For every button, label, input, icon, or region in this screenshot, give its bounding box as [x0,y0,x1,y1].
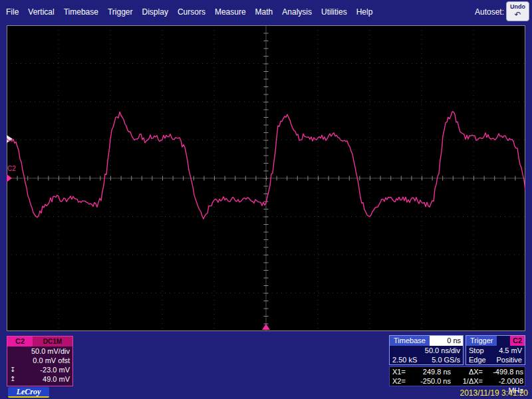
trigger-level: 4.5 mV [499,346,522,355]
cursor-dx-value: -499.8 ns [484,367,525,376]
cursor-row-1: X1= 249.8 ns ΔX= -499.8 ns [390,367,525,376]
menu-item-display[interactable]: Display [138,7,173,17]
channel-max-row: ↥ 49.0 mV [7,374,72,384]
trigger-header: Trigger C2 [466,336,525,346]
cursor-x1-label: X1= [390,367,410,376]
trigger-type: Edge [469,355,486,364]
trigger-slope: Positive [496,355,522,364]
menu-item-vertical[interactable]: Vertical [23,7,59,17]
timebase-descriptor-box[interactable]: Timebase 0 ns 50.0 ns/div 2.50 kS 5.0 GS… [389,335,464,365]
timebase-sampling-row: 2.50 kS 5.0 GS/s [390,355,463,364]
menu-item-measure[interactable]: Measure [210,7,251,17]
channel-descriptor-box[interactable]: C2 DC1M 50.0 mV/div 0.0 mV ofst ↧ -23.0 … [7,336,73,386]
trigger-source-badge: C2 [510,336,525,346]
menu-item-timebase[interactable]: Timebase [59,7,103,17]
timebase-sample-rate: 5.0 GS/s [432,355,460,364]
timebase-position: 0 ns [430,336,463,346]
trigger-type-row: Edge Positive [466,355,525,364]
channel-offset-marker[interactable] [7,174,12,182]
channel-max-value: 49.0 mV [43,374,70,384]
cursor-readout: X1= 249.8 ns ΔX= -499.8 ns X2= -250.0 ns… [389,366,525,386]
menu-item-help[interactable]: Help [352,7,378,17]
channel-label: C2 [7,165,16,172]
cursor-dx-label: ΔX= [452,367,484,376]
min-arrow-icon: ↧ [10,365,15,374]
channel-descriptor-header: C2 DC1M [7,336,72,346]
cursor-x2-value: -250.0 ns [410,376,452,395]
timebase-title: Timebase [390,336,430,346]
cursor-x1-value: 249.8 ns [410,367,452,376]
lecroy-logo: LeCroy [8,387,49,398]
menu-item-trigger[interactable]: Trigger [103,7,138,17]
channel-min-value: -23.0 mV [40,365,70,374]
timebase-scale: 50.0 ns/div [390,346,463,355]
channel-coupling-badge: DC1M [33,336,72,346]
timebase-header: Timebase 0 ns [390,336,463,346]
menu-item-cursors[interactable]: Cursors [173,7,210,17]
trigger-mode-row: Stop 4.5 mV [466,346,525,355]
trigger-title: Trigger [466,336,497,346]
channel-name-badge: C2 [7,336,33,346]
undo-button[interactable]: Undo ↶ [506,1,529,21]
trigger-mode: Stop [469,346,484,355]
menu-item-utilities[interactable]: Utilities [317,7,352,17]
menu-bar: File Vertical Timebase Trigger Display C… [0,0,532,23]
undo-arrow-icon: ↶ [514,11,521,19]
waveform-display[interactable]: C2 [7,25,525,331]
timebase-samples: 2.50 kS [392,355,417,364]
scope-grid-svg: C2 [7,25,525,331]
channel-scale: 50.0 mV/div [7,346,72,356]
trigger-header-spacer [497,336,510,346]
undo-button-label: Undo [510,4,525,10]
trigger-descriptor-box[interactable]: Trigger C2 Stop 4.5 mV Edge Positive [466,335,525,365]
trigger-position-marker[interactable] [262,324,270,330]
max-arrow-icon: ↥ [10,374,15,384]
menu-item-analysis[interactable]: Analysis [277,7,317,17]
menu-item-math[interactable]: Math [251,7,278,17]
channel-offset: 0.0 mV ofst [7,356,72,365]
datetime-display: 2013/11/19 3:41:20 [460,388,528,398]
menu-item-file[interactable]: File [1,7,23,17]
autoset-label: Autoset: [475,7,504,17]
channel-min-row: ↧ -23.0 mV [7,365,72,374]
cursor-x2-label: X2= [390,376,410,395]
